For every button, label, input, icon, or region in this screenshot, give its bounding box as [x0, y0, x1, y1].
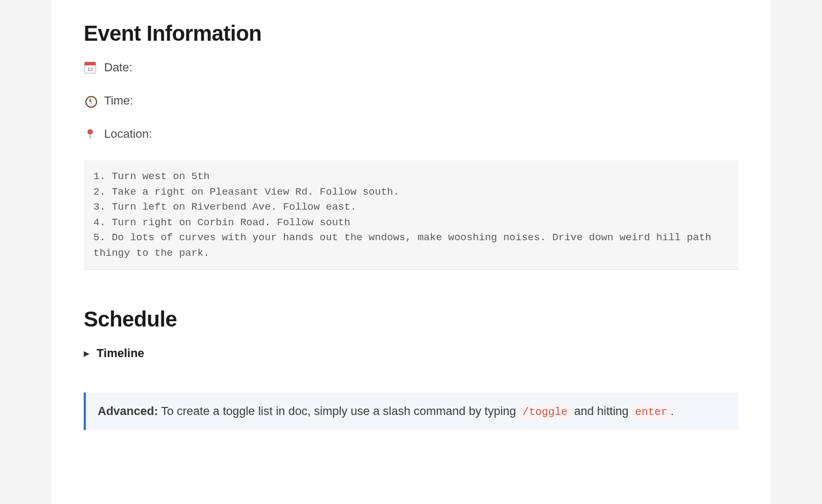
event-info-location-row[interactable]: Location: — [84, 127, 738, 141]
document-page: Event Information Date: Time: Location: … — [52, 0, 770, 504]
date-label: Date: — [104, 61, 133, 75]
time-label: Time: — [104, 94, 133, 108]
timeline-toggle[interactable]: ▶ Timeline — [84, 346, 738, 360]
directions-code-block[interactable]: 1. Turn west on 5th 2. Take a right on P… — [84, 160, 738, 270]
inline-code-enter: enter — [632, 405, 671, 419]
inline-code-toggle: /toggle — [519, 405, 571, 419]
event-info-heading: Event Information — [84, 21, 738, 46]
location-label: Location: — [104, 127, 152, 141]
callout-text-1: To create a toggle list in doc, simply u… — [158, 404, 519, 418]
event-info-date-row[interactable]: Date: — [84, 61, 738, 75]
schedule-heading: Schedule — [84, 307, 738, 331]
chevron-right-icon: ▶ — [84, 349, 91, 358]
callout-text-3: . — [671, 404, 674, 418]
pin-icon — [84, 128, 97, 140]
advanced-callout: Advanced: To create a toggle list in doc… — [84, 392, 738, 430]
clock-icon — [84, 94, 97, 107]
schedule-section: Schedule ▶ Timeline Advanced: To create … — [84, 307, 738, 430]
callout-strong: Advanced: — [98, 404, 158, 418]
calendar-icon — [84, 61, 97, 74]
event-info-time-row[interactable]: Time: — [84, 94, 738, 108]
callout-text-2: and hitting — [571, 404, 632, 418]
timeline-toggle-label: Timeline — [97, 346, 144, 360]
